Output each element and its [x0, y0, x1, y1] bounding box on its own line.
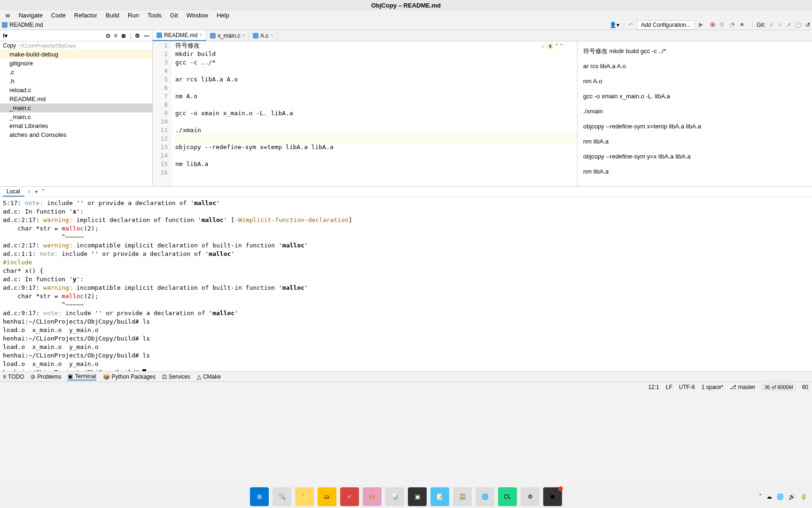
new-terminal-icon[interactable]: + — [35, 189, 38, 195]
services-tab[interactable]: ⊡ Services — [162, 373, 190, 380]
taskbar-chart[interactable]: 📊 — [385, 487, 404, 506]
todo-tab[interactable]: ≡ TODO — [3, 373, 24, 380]
menu-item[interactable]: Navigate — [15, 11, 46, 20]
git-commit-icon[interactable]: ✓ — [778, 22, 782, 28]
taskbar-notes[interactable]: 📝 — [430, 487, 449, 506]
tree-item[interactable]: make-build-debug — [0, 50, 152, 59]
taskbar-calc[interactable]: 🧮 — [453, 487, 472, 506]
menu-item[interactable]: Help — [213, 11, 233, 20]
terminal-output[interactable]: 5:17: note: include '' or provide a decl… — [0, 197, 812, 371]
git-update-icon[interactable]: ✓ — [769, 22, 774, 28]
hide-icon[interactable]: — — [144, 32, 149, 39]
menu-item[interactable]: w — [2, 11, 14, 20]
menu-item[interactable]: Code — [47, 11, 70, 20]
code-content[interactable]: 符号修改mkdir buildgcc -c ../*ar rcs libA.a … — [172, 41, 577, 186]
menu-item[interactable]: Refactor — [70, 11, 101, 20]
taskbar-todo[interactable]: ✓ — [340, 487, 359, 506]
debug-icon[interactable]: 🐞 — [709, 21, 717, 29]
chevron-down-icon[interactable]: ˅ — [42, 189, 45, 195]
taskbar-chrome[interactable]: 🌐 — [476, 487, 494, 506]
breadcrumb[interactable]: README.md — [2, 22, 43, 28]
system-tray[interactable]: ˄ ☁ 🌐 🔊 🔋 — [759, 493, 807, 500]
add-configuration-button[interactable]: Add Configuration... — [637, 20, 695, 30]
locate-icon[interactable]: ⊙ — [106, 32, 110, 39]
problems-tab[interactable]: ⊘ Problems — [31, 373, 61, 380]
code-editor[interactable]: ✓ 4 ˄ ˅ 12345678910111213141516 符号修改mkdi… — [153, 41, 577, 186]
menu-item[interactable]: Build — [102, 11, 123, 20]
terminal-tab[interactable]: Local — [3, 187, 24, 197]
tree-item[interactable]: atches and Consoles — [0, 130, 152, 139]
taskbar-explorer[interactable]: 📁 — [295, 487, 314, 506]
menu-item[interactable]: Tools — [144, 11, 165, 20]
undo-icon[interactable]: ↶ — [628, 22, 633, 28]
git-rollback-icon[interactable]: ↺ — [805, 22, 810, 28]
user-icon[interactable]: 👤▾ — [609, 22, 619, 28]
menu-item[interactable]: Window — [183, 11, 212, 20]
settings-icon[interactable]: ⚙ — [135, 32, 140, 39]
right-margin: 60 — [802, 384, 808, 390]
network-icon[interactable]: 🌐 — [777, 493, 784, 500]
onedrive-icon[interactable]: ☁ — [766, 493, 772, 500]
project-root[interactable]: Copy ~/CLionProjects/ObjCopy — [0, 41, 152, 50]
taskbar-terminal[interactable]: ▣ — [408, 487, 427, 506]
git-push-icon[interactable]: ↗ — [786, 22, 791, 28]
volume-icon[interactable]: 🔊 — [789, 493, 796, 500]
inspection-widget[interactable]: ✓ 4 ˄ ˅ — [542, 43, 563, 49]
menu-item[interactable]: Git — [166, 11, 182, 20]
editor-tab[interactable]: A.c × — [249, 30, 277, 41]
taskbar-files[interactable]: 🗂 — [318, 487, 336, 506]
editor-tab[interactable]: README.md × — [153, 30, 206, 41]
taskbar-obs[interactable]: ⏺ — [543, 487, 562, 506]
profile-icon[interactable]: ◔ — [730, 21, 737, 29]
caret-position[interactable]: 12:1 — [648, 384, 659, 390]
git-branch[interactable]: ⎇ master — [730, 384, 755, 390]
python-packages-tab[interactable]: 📦 Python Packages — [103, 373, 156, 380]
tree-item[interactable]: ernal Libraries — [0, 121, 152, 130]
project-root-name: Copy — [3, 42, 16, 49]
expand-all-icon[interactable]: ≡ — [114, 32, 117, 39]
collapse-all-icon[interactable]: ≣ — [121, 32, 126, 39]
window-titlebar: ObjCopy – README.md — [0, 0, 812, 10]
chevron-up-icon[interactable]: ˄ — [759, 493, 762, 500]
taskbar-clion[interactable]: CL — [498, 487, 517, 506]
close-icon[interactable]: × — [28, 189, 31, 195]
warning-count: 4 — [547, 43, 554, 49]
taskbar-art[interactable]: 🎨 — [363, 487, 382, 506]
stop-icon[interactable]: ■ — [740, 21, 748, 29]
terminal-tab[interactable]: ▣ Terminal — [68, 373, 96, 381]
git-history-icon[interactable]: 🕐 — [795, 22, 802, 28]
tab-label: README.md — [164, 32, 197, 39]
project-root-path: ~/CLionProjects/ObjCopy — [18, 43, 76, 48]
project-sidebar: t ▾ ⊙ ≡ ≣ | ⚙ — Copy ~/CLionProjects/Obj… — [0, 30, 153, 186]
tree-item[interactable]: .c — [0, 68, 152, 77]
chevron-up-icon[interactable]: ˄ — [555, 43, 558, 49]
tab-label: x_main.c — [218, 32, 240, 39]
file-encoding[interactable]: UTF-8 — [679, 384, 695, 390]
taskbar-settings[interactable]: ⚙ — [521, 487, 539, 506]
breadcrumb-file: README.md — [9, 22, 43, 28]
close-icon[interactable]: × — [242, 33, 245, 38]
line-ending[interactable]: LF — [666, 384, 672, 390]
taskbar-search[interactable]: 🔍 — [273, 487, 291, 506]
check-icon: ✓ — [542, 43, 545, 49]
memory-indicator[interactable]: 36 of 8000M — [762, 384, 795, 390]
main-menubar: w Navigate Code Refactor Build Run Tools… — [0, 10, 812, 20]
tree-item[interactable]: .h — [0, 77, 152, 86]
battery-icon[interactable]: 🔋 — [800, 493, 807, 500]
menu-item[interactable]: Run — [124, 11, 143, 20]
indent-setting[interactable]: 1 space* — [702, 384, 724, 390]
cmake-tab[interactable]: △ CMake — [197, 373, 221, 380]
status-bar: 12:1 LF UTF-8 1 space* ⎇ master 36 of 80… — [0, 381, 812, 392]
tree-item[interactable]: _main.c — [0, 112, 152, 121]
run-icon[interactable]: ▶ — [699, 21, 706, 29]
tree-item[interactable]: gitignore — [0, 59, 152, 68]
chevron-down-icon[interactable]: ˅ — [560, 43, 563, 49]
tree-item[interactable]: reload.c — [0, 86, 152, 95]
editor-tab[interactable]: x_main.c × — [206, 30, 249, 41]
taskbar-windows-start[interactable]: ⊞ — [250, 487, 269, 506]
close-icon[interactable]: × — [270, 33, 273, 38]
tree-item[interactable]: _main.c — [0, 103, 152, 112]
close-icon[interactable]: × — [199, 32, 202, 38]
tree-item[interactable]: README.md — [0, 95, 152, 103]
coverage-icon[interactable]: ⊙ — [719, 21, 727, 29]
